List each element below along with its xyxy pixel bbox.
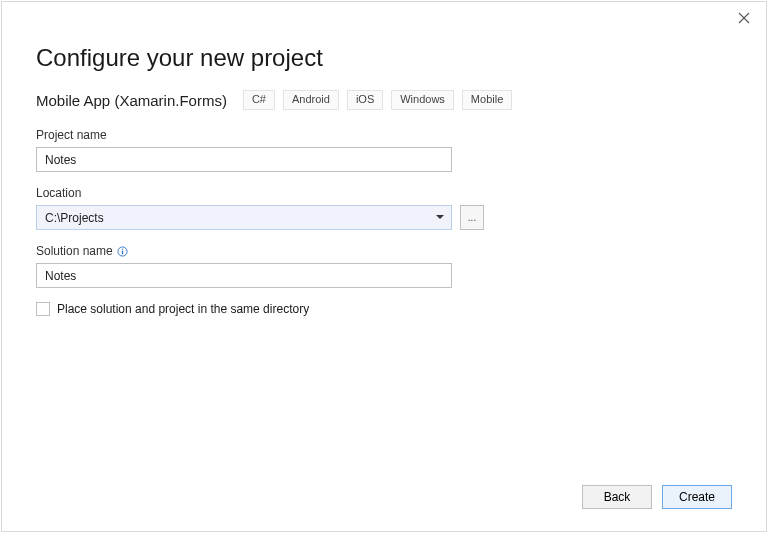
same-directory-row: Place solution and project in the same d… — [36, 302, 732, 316]
tag: Android — [283, 90, 339, 110]
same-directory-checkbox[interactable] — [36, 302, 50, 316]
browse-button[interactable]: ... — [460, 205, 484, 230]
svg-point-1 — [122, 248, 123, 249]
tag: C# — [243, 90, 275, 110]
page-title: Configure your new project — [36, 44, 732, 72]
back-button[interactable]: Back — [582, 485, 652, 509]
project-name-label: Project name — [36, 128, 732, 142]
tag: iOS — [347, 90, 383, 110]
same-directory-label: Place solution and project in the same d… — [57, 302, 309, 316]
solution-name-label: Solution name — [36, 244, 732, 258]
create-button[interactable]: Create — [662, 485, 732, 509]
project-name-input[interactable] — [36, 147, 452, 172]
template-summary: Mobile App (Xamarin.Forms) C# Android iO… — [36, 90, 732, 110]
close-icon[interactable] — [738, 12, 752, 26]
solution-name-input[interactable] — [36, 263, 452, 288]
template-name: Mobile App (Xamarin.Forms) — [36, 92, 227, 109]
info-icon[interactable] — [117, 245, 129, 257]
solution-name-group: Solution name — [36, 244, 732, 288]
solution-name-label-text: Solution name — [36, 244, 113, 258]
location-label: Location — [36, 186, 732, 200]
project-name-group: Project name — [36, 128, 732, 172]
dialog-footer: Back Create — [582, 485, 732, 509]
svg-rect-2 — [122, 250, 123, 254]
chevron-down-icon — [433, 211, 447, 225]
location-combo[interactable]: C:\Projects — [36, 205, 452, 230]
location-value: C:\Projects — [45, 211, 104, 225]
new-project-dialog: Configure your new project Mobile App (X… — [1, 1, 767, 532]
tag: Mobile — [462, 90, 512, 110]
tag: Windows — [391, 90, 454, 110]
location-group: Location C:\Projects ... — [36, 186, 732, 230]
